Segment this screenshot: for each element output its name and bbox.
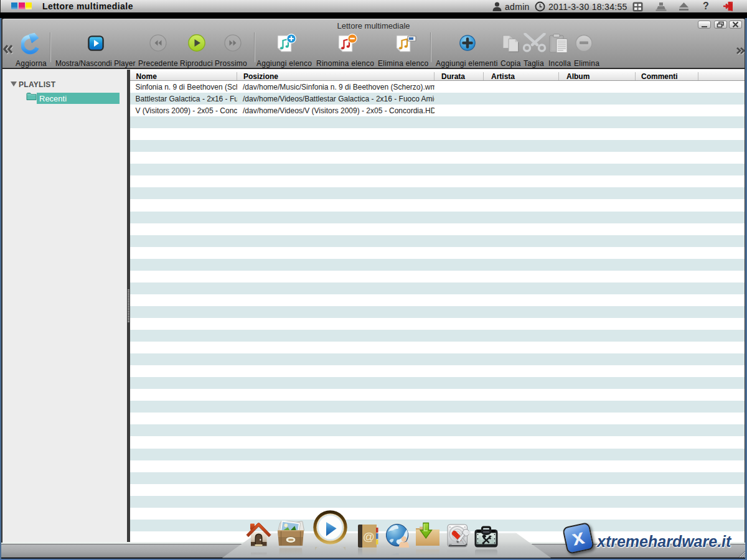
svg-text:@: @ [363, 530, 375, 543]
